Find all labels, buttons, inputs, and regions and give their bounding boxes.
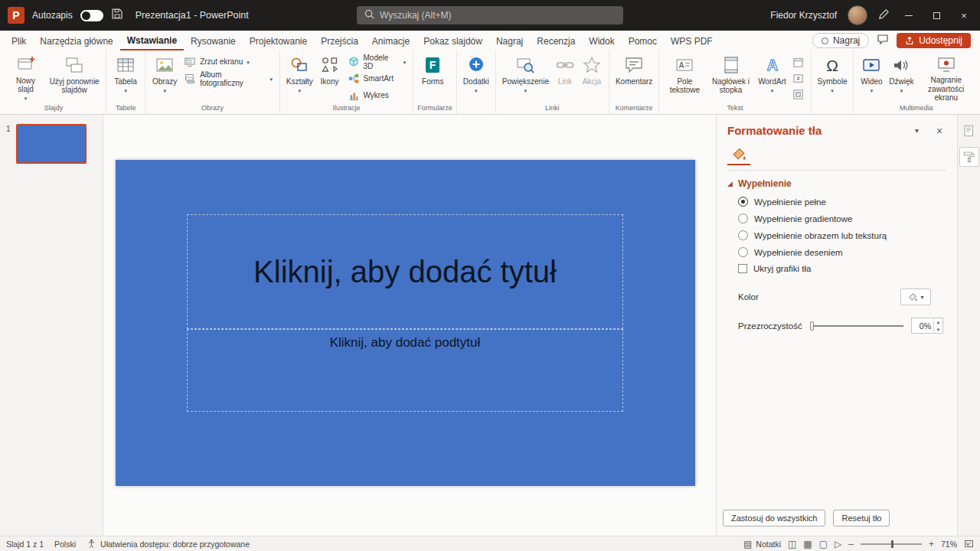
option-gradient-fill[interactable]: Wypełnienie gradientowe <box>738 214 946 223</box>
forms-button[interactable]: F Forms <box>417 52 448 103</box>
search-box[interactable] <box>357 6 623 24</box>
tab-przejscia[interactable]: Przejścia <box>314 31 365 51</box>
tab-narzedzia-glowne[interactable]: Narzędzia główne <box>33 31 119 51</box>
minimize-button[interactable] <box>900 5 917 26</box>
screen-recording-button[interactable]: Nagranie zawartości ekranu <box>917 52 975 103</box>
3d-models-button[interactable]: Modele 3D <box>345 54 410 70</box>
slide-thumbnail[interactable] <box>16 124 87 164</box>
spin-down-icon[interactable]: ▼ <box>934 326 942 334</box>
feedback-icon[interactable] <box>877 33 889 48</box>
smartart-button[interactable]: SmartArt <box>345 70 410 86</box>
reuse-slides-button[interactable]: Użyj ponownie slajdów <box>47 52 102 103</box>
tab-wps-pdf[interactable]: WPS PDF <box>664 31 720 51</box>
group-label-tables: Tabele <box>110 103 141 114</box>
fill-bucket-tab[interactable] <box>727 144 750 165</box>
zoom-slider-knob[interactable] <box>891 540 893 548</box>
slider-knob[interactable] <box>810 321 814 331</box>
search-input[interactable] <box>380 10 616 21</box>
object-button[interactable] <box>792 87 805 101</box>
icons-button[interactable]: Ikony <box>316 52 344 103</box>
tab-pomoc[interactable]: Pomoc <box>622 31 664 51</box>
transparency-spinner[interactable]: 0% ▲▼ <box>911 318 943 334</box>
radio-icon[interactable] <box>738 247 748 257</box>
tab-plik[interactable]: Plik <box>5 31 33 51</box>
text-box-button[interactable]: A Pole tekstowe <box>663 52 706 103</box>
record-button[interactable]: Nagraj <box>812 33 869 48</box>
document-pane-icon[interactable] <box>959 121 979 141</box>
tab-rysowanie[interactable]: Rysowanie <box>184 31 243 51</box>
fit-to-window-icon[interactable] <box>964 539 974 549</box>
date-time-button[interactable] <box>792 55 805 69</box>
autosave-toggle[interactable] <box>80 10 103 21</box>
tab-widok[interactable]: Widok <box>582 31 621 51</box>
radio-icon[interactable] <box>738 197 748 207</box>
slide-canvas[interactable]: Kliknij, aby dodać tytuł Kliknij, aby do… <box>116 160 695 486</box>
normal-view-icon[interactable]: ◫ <box>788 540 796 549</box>
shapes-button[interactable]: Kształty <box>284 52 315 103</box>
reset-background-button[interactable]: Resetuj tło <box>833 510 890 527</box>
symbols-button[interactable]: Ω Symbole <box>815 52 850 103</box>
slideshow-view-icon[interactable]: ▷ <box>835 540 841 549</box>
pane-options-caret-icon[interactable]: ▾ <box>915 126 919 135</box>
format-pane-icon[interactable] <box>959 147 979 167</box>
slide-indicator[interactable]: Slajd 1 z 1 <box>6 540 44 549</box>
tab-recenzja[interactable]: Recenzja <box>530 31 582 51</box>
spin-up-icon[interactable]: ▲ <box>934 318 942 326</box>
accessibility-status[interactable]: Ułatwienia dostępu: dobrze przygotowane <box>87 539 250 549</box>
color-picker-button[interactable]: ▾ <box>900 289 931 305</box>
tab-projektowanie[interactable]: Projektowanie <box>243 31 314 51</box>
slide-thumbnail-number: 1 <box>6 124 11 133</box>
zoom-level[interactable]: 71% <box>941 540 957 549</box>
chart-button[interactable]: Wykres <box>345 87 410 103</box>
audio-button[interactable]: Dźwięk <box>886 52 916 103</box>
slide-sorter-view-icon[interactable]: ▦ <box>803 540 812 549</box>
subtitle-placeholder[interactable]: Kliknij, aby dodać podtytuł <box>187 329 623 412</box>
zoom-link-button[interactable]: Powiększenie <box>500 52 551 103</box>
radio-icon[interactable] <box>738 214 748 223</box>
photo-album-button[interactable]: Album fotograficzny <box>181 70 276 86</box>
zoom-out-button[interactable]: – <box>848 539 854 549</box>
option-solid-fill[interactable]: Wypełnienie pełne <box>738 197 946 207</box>
maximize-button[interactable] <box>928 5 945 26</box>
group-label-images: Obrazy <box>149 103 276 114</box>
pen-icon[interactable] <box>878 8 890 23</box>
section-expand-icon[interactable]: ◢ <box>727 180 733 187</box>
tab-nagraj[interactable]: Nagraj <box>489 31 530 51</box>
addins-label: Dodatki <box>463 77 489 86</box>
hide-background-graphics-checkbox[interactable]: Ukryj grafiki tła <box>738 264 946 273</box>
pictures-button[interactable]: Obrazy <box>149 52 180 103</box>
table-button[interactable]: Tabela <box>110 52 141 103</box>
video-icon <box>861 54 881 76</box>
wordart-button[interactable]: A WordArt <box>756 52 789 103</box>
dropdown-caret-icon: ▾ <box>920 294 923 301</box>
transparency-slider[interactable] <box>810 325 903 327</box>
comment-button[interactable]: Komentarz <box>613 52 655 103</box>
slide-number-button[interactable]: # <box>792 71 805 85</box>
title-placeholder[interactable]: Kliknij, aby dodać tytuł <box>187 214 623 329</box>
header-footer-icon <box>721 54 741 76</box>
share-button[interactable]: Udostępnij <box>897 33 971 48</box>
apply-to-all-button[interactable]: Zastosuj do wszystkich <box>723 510 825 527</box>
pane-close-icon[interactable]: × <box>933 125 946 137</box>
checkbox-icon[interactable] <box>738 264 747 273</box>
tab-pokaz-slajdow[interactable]: Pokaz slajdów <box>416 31 489 51</box>
addins-button[interactable]: Dodatki <box>461 52 492 103</box>
language-indicator[interactable]: Polski <box>54 540 76 549</box>
tab-wstawianie[interactable]: Wstawianie <box>120 31 184 51</box>
action-label: Akcja <box>583 77 601 86</box>
radio-icon[interactable] <box>738 230 748 240</box>
option-pattern-fill[interactable]: Wypełnienie deseniem <box>738 247 946 257</box>
save-icon[interactable] <box>111 8 123 23</box>
screenshot-button[interactable]: Zrzut ekranu <box>181 54 276 70</box>
zoom-in-button[interactable]: + <box>929 539 934 549</box>
header-footer-button[interactable]: Nagłówek i stopka <box>707 52 755 103</box>
option-picture-fill[interactable]: Wypełnienie obrazem lub teksturą <box>738 230 946 240</box>
reading-view-icon[interactable]: ▢ <box>819 540 828 549</box>
close-button[interactable]: × <box>956 5 972 26</box>
notes-button[interactable]: ▤ Notatki <box>743 540 781 549</box>
new-slide-button[interactable]: Nowy slajd <box>5 52 46 103</box>
video-button[interactable]: Wideo <box>858 52 885 103</box>
zoom-slider[interactable] <box>861 543 922 545</box>
avatar[interactable] <box>848 5 867 25</box>
tab-animacje[interactable]: Animacje <box>365 31 416 51</box>
